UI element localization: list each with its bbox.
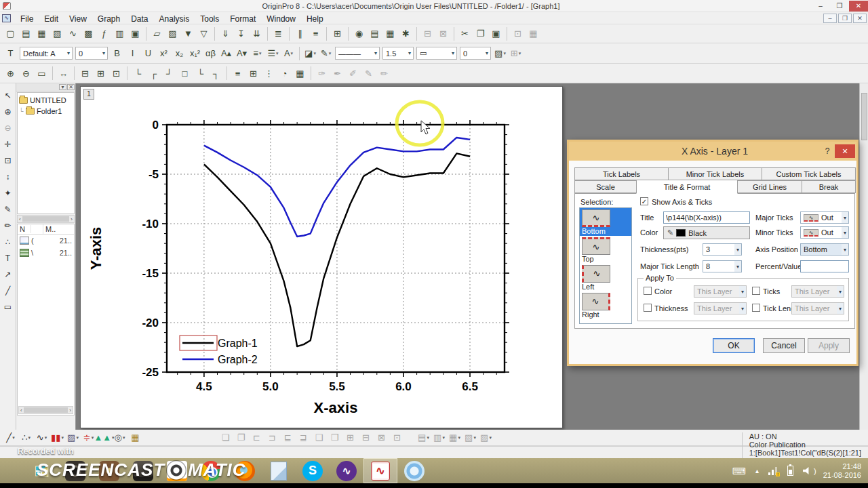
script-window-icon[interactable]: ▤ <box>368 26 382 41</box>
battery-icon[interactable] <box>787 466 793 476</box>
percent-value-input[interactable] <box>800 260 849 272</box>
axis-selection-bottom[interactable]: ∿Bottom <box>580 208 631 236</box>
axis-position-combo[interactable]: Bottom▾ <box>800 243 849 256</box>
underline-icon[interactable]: U <box>141 46 155 60</box>
tree-item-folder1[interactable]: └ Folder1 <box>19 106 73 117</box>
apply-color-checkbox[interactable] <box>644 287 652 295</box>
close-button[interactable]: ✕ <box>849 1 868 12</box>
apply-ticks-checkbox[interactable] <box>752 287 760 295</box>
new-graph-icon[interactable]: ∿ <box>66 26 80 41</box>
list-horizontal-scrollbar[interactable]: ‹› <box>18 406 73 414</box>
results-log-icon[interactable]: ◉ <box>352 26 366 41</box>
clock[interactable]: 21:48 21-08-2016 <box>823 462 861 480</box>
new-layout-icon[interactable]: ▥ <box>113 26 127 41</box>
axes-top-left-icon[interactable]: ┌ <box>146 66 161 81</box>
thickness-combo[interactable]: 3▾ <box>703 243 742 256</box>
save-project-icon[interactable]: ▼ <box>181 26 195 41</box>
add-worksheet-object-icon[interactable]: ▦▾ <box>448 431 462 444</box>
list-item-graph1[interactable]: ( 21.. <box>18 235 74 247</box>
graph-plot[interactable]: 4.55.05.56.06.50-5-10-15-20-25X-axisY-ax… <box>81 87 562 428</box>
pexp-menu-icon[interactable]: ▾ <box>59 84 66 90</box>
apply-thickness-checkbox[interactable] <box>644 304 652 312</box>
transparency-combo-icon[interactable]: 0▾ <box>460 47 491 60</box>
new-layer-icon[interactable]: ⊡ <box>511 26 525 41</box>
axis-color-button[interactable]: ✎ Black <box>663 226 750 239</box>
whole-page-icon[interactable]: ▭ <box>35 66 49 81</box>
ok-button[interactable]: OK <box>713 338 755 353</box>
axes-right-icon[interactable]: ┐ <box>209 66 223 81</box>
title-input[interactable] <box>663 211 750 224</box>
fill-color-icon[interactable]: ◪▾ <box>303 46 317 60</box>
import-ascii-icon[interactable]: ↧ <box>234 26 248 41</box>
area-plot-icon[interactable]: ▲▲▾ <box>97 431 111 444</box>
tree-item-untitled[interactable]: UNTITLED <box>19 95 73 106</box>
axes-left-icon[interactable]: └ <box>193 66 208 81</box>
merge-graphs-icon[interactable]: ≡ <box>231 66 245 81</box>
distribute-h-icon[interactable]: ❑ <box>312 431 326 444</box>
child-minimize-button[interactable]: – <box>823 14 837 23</box>
decrease-font-icon[interactable]: A▾ <box>235 46 249 60</box>
menu-graph[interactable]: Graph <box>92 14 125 24</box>
align-bottom-icon[interactable]: ⊐ <box>265 431 279 444</box>
minimize-button[interactable]: – <box>811 1 830 12</box>
mask-range-icon[interactable]: ✏ <box>1 219 15 232</box>
new-legend-icon[interactable]: ⊞ <box>246 66 260 81</box>
apply-thickness-scope-combo[interactable]: This Layer▾ <box>694 302 747 314</box>
maximize-button[interactable]: ❐ <box>830 1 849 12</box>
new-excel-icon[interactable]: ▧ <box>50 26 64 41</box>
new-workbook-icon[interactable]: ▦ <box>35 26 49 41</box>
sub-superscript-icon[interactable]: x₁² <box>188 46 202 60</box>
pattern-icon[interactable]: ▨▾ <box>493 46 507 60</box>
align-left-icon[interactable]: ❏ <box>218 431 233 444</box>
add-inset-layer-icon[interactable]: ⊡ <box>109 66 123 81</box>
minor-ticks-combo[interactable]: ∿ Out▾ <box>800 226 849 239</box>
duplicate-window-icon[interactable]: ∥ <box>293 26 307 41</box>
tab-break[interactable]: Break <box>802 180 856 193</box>
show-axis-checkbox[interactable]: ✓ <box>640 197 648 205</box>
list-col-name[interactable]: N <box>18 225 31 233</box>
list-header[interactable]: N M.. <box>18 224 74 235</box>
keyboard-icon[interactable]: ⌨ <box>732 466 746 476</box>
rescale-to-show-all-icon[interactable]: ↔ <box>56 66 71 81</box>
menu-file[interactable]: File <box>15 14 39 24</box>
dialog-close-button[interactable]: ✕ <box>835 144 855 158</box>
child-close-button[interactable]: ✕ <box>853 14 867 23</box>
cut-icon[interactable]: ✂ <box>458 26 472 41</box>
show-hidden-icons[interactable]: ▴ <box>755 467 759 474</box>
align-vcenter-icon[interactable]: ⊑ <box>281 431 295 444</box>
axis-selection-right[interactable]: ∿Right <box>580 291 631 319</box>
zoom-in-tool-icon[interactable]: ⊕ <box>1 105 15 119</box>
pointer-hand-3-icon[interactable]: ✐ <box>346 66 360 81</box>
zoom-out-tool-icon[interactable]: ⊖ <box>1 121 15 135</box>
open-excel-icon[interactable]: ▨ <box>165 26 180 41</box>
add-graph-object-icon[interactable]: ▥▾ <box>432 431 446 444</box>
dots-icon[interactable]: ⋮ <box>262 66 276 81</box>
line-width-combo-icon[interactable]: 1.5▾ <box>382 47 414 60</box>
column-values-icon[interactable]: ⊟ <box>420 26 435 41</box>
text-style-combo-icon[interactable]: Default: A▾ <box>20 47 73 60</box>
apply-color-scope-combo[interactable]: This Layer▾ <box>694 285 747 298</box>
axes-box-icon[interactable]: □ <box>178 66 192 81</box>
template-plot-icon[interactable]: ▦ <box>128 431 142 444</box>
bring-front-icon[interactable]: ⊞ <box>343 431 357 444</box>
tree-horizontal-scrollbar[interactable]: ‹› <box>17 215 75 223</box>
graph-window-icon[interactable]: ∿ <box>2 14 11 22</box>
pointer-hand-2-icon[interactable]: ✒ <box>330 66 344 81</box>
menu-tools[interactable]: Tools <box>195 14 224 24</box>
subscript-icon[interactable]: x₂ <box>172 46 186 60</box>
screen-reader-icon[interactable]: ✛ <box>1 138 15 151</box>
line-plot-icon[interactable]: ╱▾ <box>3 431 18 444</box>
font-tool-icon[interactable]: T <box>3 46 18 60</box>
dialog-title-bar[interactable]: X Axis - Layer 1 ? ✕ <box>569 142 856 161</box>
apply-tick-length-scope-combo[interactable]: This Layer▾ <box>791 302 844 314</box>
add-top-x-layer-icon[interactable]: ⊞ <box>94 66 108 81</box>
font-size-combo-icon[interactable]: 0▾ <box>75 47 108 60</box>
polar-plot-icon[interactable]: ◎▾ <box>113 431 127 444</box>
menu-analysis[interactable]: Analysis <box>154 14 195 24</box>
insert-table-icon[interactable]: ▨▾ <box>479 431 493 444</box>
paste-link-icon[interactable]: ▧▾ <box>463 431 477 444</box>
import-wizard-icon[interactable]: ⇓ <box>218 26 233 41</box>
rectangle-tool-icon[interactable]: ▭ <box>1 300 15 314</box>
list-col-modified[interactable]: M.. <box>43 225 74 233</box>
cancel-button[interactable]: Cancel <box>763 338 805 353</box>
